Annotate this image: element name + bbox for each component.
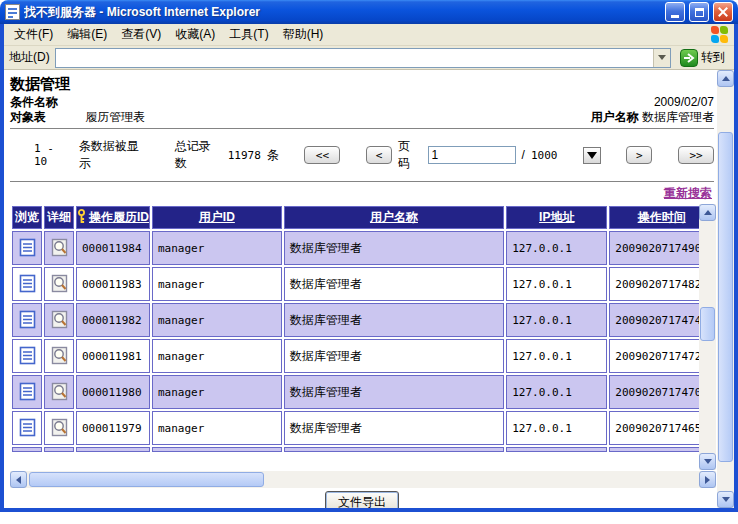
detail-icon[interactable] bbox=[51, 238, 68, 259]
page-number-label: 页码 bbox=[398, 138, 421, 172]
scroll-up-button[interactable] bbox=[717, 70, 734, 87]
detail-icon[interactable] bbox=[51, 382, 68, 403]
scroll-track[interactable] bbox=[27, 471, 699, 488]
user-name-value: 数据库管理者 bbox=[642, 110, 714, 124]
address-label: 地址(D) bbox=[9, 49, 50, 66]
arrow-right-icon bbox=[705, 476, 710, 484]
cell-user-name: 数据库管理者 bbox=[284, 411, 505, 445]
browse-icon[interactable] bbox=[19, 238, 36, 259]
table-row: 000011979 manager 数据库管理者 127.0.0.1 20090… bbox=[12, 411, 714, 445]
header-user-name: 用户名称 bbox=[284, 206, 505, 229]
title-bar: 找不到服务器 - Microsoft Internet Explorer bbox=[0, 0, 738, 24]
detail-icon[interactable] bbox=[51, 418, 68, 439]
sort-link-user-name[interactable]: 用户名称 bbox=[370, 210, 418, 224]
cell-user-name: 数据库管理者 bbox=[284, 231, 505, 265]
menu-favorites[interactable]: 收藏(A) bbox=[168, 24, 222, 45]
cell-history-id: 000011979 bbox=[76, 411, 150, 445]
detail-icon[interactable] bbox=[51, 310, 68, 331]
table-horizontal-scrollbar[interactable] bbox=[10, 471, 716, 488]
cell-ip: 127.0.0.1 bbox=[506, 231, 607, 265]
scroll-track[interactable] bbox=[699, 221, 716, 453]
address-input[interactable] bbox=[56, 50, 653, 66]
browse-icon[interactable] bbox=[19, 274, 36, 295]
header-browse: 浏览 bbox=[12, 206, 42, 229]
sort-link-ip[interactable]: IP地址 bbox=[539, 210, 574, 224]
table-row: 000011983 manager 数据库管理者 127.0.0.1 20090… bbox=[12, 267, 714, 301]
sort-link-history-id[interactable]: 操作履历ID bbox=[89, 210, 149, 224]
cell-user-name: 数据库管理者 bbox=[284, 267, 505, 301]
table-header-row: 浏览 详细 操作履历ID 用户ID 用户名称 IP地址 操作时间 bbox=[12, 206, 714, 229]
cell-history-id: 000011982 bbox=[76, 303, 150, 337]
next-page-button[interactable]: > bbox=[626, 146, 652, 164]
scroll-up-button[interactable] bbox=[699, 204, 716, 221]
browser-window: 找不到服务器 - Microsoft Internet Explorer 文件(… bbox=[0, 0, 738, 512]
menu-view[interactable]: 查看(V) bbox=[114, 24, 168, 45]
menu-tools[interactable]: 工具(T) bbox=[222, 24, 275, 45]
cell-user-name: 数据库管理者 bbox=[284, 375, 505, 409]
detail-icon[interactable] bbox=[51, 274, 68, 295]
address-dropdown-button[interactable] bbox=[653, 49, 670, 67]
page-dropdown-button[interactable] bbox=[583, 147, 601, 164]
browse-icon[interactable] bbox=[19, 310, 36, 331]
menu-file[interactable]: 文件(F) bbox=[7, 24, 60, 45]
ie-page-icon bbox=[5, 4, 20, 20]
scroll-right-button[interactable] bbox=[699, 471, 716, 488]
close-button[interactable] bbox=[713, 2, 733, 22]
page-vertical-scrollbar[interactable] bbox=[717, 70, 734, 508]
pagination-bar: 1 - 10 条数据被显示 总记录数 11978 条 << < 页码 / 100… bbox=[34, 138, 714, 172]
cell-history-id: 000011983 bbox=[76, 267, 150, 301]
cell-history-id: 000011980 bbox=[76, 375, 150, 409]
condition-name-label: 条件名称 bbox=[10, 95, 145, 110]
arrow-down-icon bbox=[722, 497, 730, 502]
cell-ip: 127.0.0.1 bbox=[506, 339, 607, 373]
go-label: 转到 bbox=[701, 49, 725, 66]
table-row: 000011982 manager 数据库管理者 127.0.0.1 20090… bbox=[12, 303, 714, 337]
close-icon bbox=[718, 7, 728, 17]
menu-edit[interactable]: 编辑(E) bbox=[60, 24, 114, 45]
cell-user-id: manager bbox=[152, 411, 282, 445]
maximize-button[interactable] bbox=[689, 2, 709, 22]
browse-icon[interactable] bbox=[19, 382, 36, 403]
scroll-left-button[interactable] bbox=[10, 471, 27, 488]
browse-icon[interactable] bbox=[19, 418, 36, 439]
go-button[interactable]: 转到 bbox=[676, 48, 729, 68]
prev-page-button[interactable]: < bbox=[366, 146, 392, 164]
cell-ip: 127.0.0.1 bbox=[506, 303, 607, 337]
table-row: 000011984 manager 数据库管理者 127.0.0.1 20090… bbox=[12, 231, 714, 265]
table-row-partial bbox=[12, 447, 714, 452]
arrow-down-icon bbox=[704, 459, 712, 464]
page-slash: / bbox=[522, 148, 525, 162]
menu-help[interactable]: 帮助(H) bbox=[276, 24, 331, 45]
divider bbox=[10, 181, 714, 182]
detail-icon[interactable] bbox=[51, 346, 68, 367]
header-history-id: 操作履历ID bbox=[76, 206, 150, 229]
object-table-value: 履历管理表 bbox=[85, 110, 145, 124]
scroll-thumb[interactable] bbox=[29, 472, 264, 487]
cell-ip: 127.0.0.1 bbox=[506, 375, 607, 409]
go-arrow-icon bbox=[680, 49, 698, 67]
minimize-button[interactable] bbox=[665, 2, 685, 22]
sort-link-user-id[interactable]: 用户ID bbox=[199, 210, 235, 224]
page-number-input[interactable] bbox=[428, 146, 516, 164]
cell-user-name: 数据库管理者 bbox=[284, 339, 505, 373]
table-vertical-scrollbar[interactable] bbox=[699, 204, 716, 470]
sort-link-op-time[interactable]: 操作时间 bbox=[638, 210, 686, 224]
last-page-button[interactable]: >> bbox=[678, 146, 714, 164]
first-page-button[interactable]: << bbox=[304, 146, 340, 164]
dropdown-triangle-icon bbox=[587, 152, 597, 159]
scroll-down-button[interactable] bbox=[699, 453, 716, 470]
scroll-thumb[interactable] bbox=[718, 132, 733, 462]
scroll-down-button[interactable] bbox=[717, 491, 734, 508]
address-bar: 地址(D) 转到 bbox=[4, 46, 734, 70]
cell-user-id: manager bbox=[152, 375, 282, 409]
research-link[interactable]: 重新搜索 bbox=[664, 186, 712, 200]
browse-icon[interactable] bbox=[19, 346, 36, 367]
scroll-track[interactable] bbox=[717, 87, 734, 491]
arrow-left-icon bbox=[16, 476, 21, 484]
object-table-label: 对象表 bbox=[10, 110, 82, 125]
cell-user-id: manager bbox=[152, 267, 282, 301]
record-range: 1 - 10 bbox=[34, 142, 73, 168]
file-export-button[interactable]: 文件导出 bbox=[325, 491, 399, 508]
scroll-thumb[interactable] bbox=[700, 307, 715, 341]
total-records-value: 11978 bbox=[228, 149, 261, 162]
